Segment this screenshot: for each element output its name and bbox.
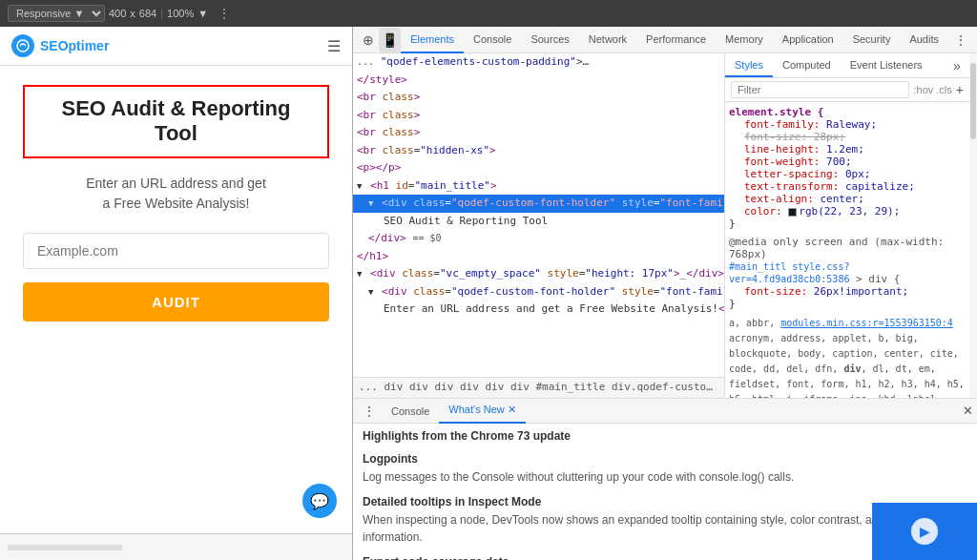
prop-color: color: rgb(22, 23, 29); — [744, 205, 900, 218]
prop-font-weight: font-weight: 700; — [744, 156, 852, 168]
viewport-x: x — [130, 8, 135, 19]
viewport-height: 684 — [139, 8, 156, 19]
el-line-div-selected[interactable]: ▼ <div class="qodef-custom-font-holder" … — [353, 195, 724, 213]
console-tab-whats-new[interactable]: What's New ✕ — [439, 399, 525, 424]
preview-logo: SEOptimer — [11, 34, 109, 57]
tab-performance[interactable]: Performance — [636, 27, 716, 53]
prop-font-size: font-size: 28px; — [744, 131, 845, 143]
svg-point-0 — [17, 40, 29, 52]
el-line-vc[interactable]: ▼ <div class="vc_empty_space" style="hei… — [353, 265, 724, 283]
chat-icon: 💬 — [310, 492, 329, 510]
el-line-p[interactable]: <p></p> — [353, 159, 724, 177]
viewport-width: 400 — [109, 8, 126, 19]
el-line-div2[interactable]: ▼ <div class="qodef-custom-font-holder" … — [353, 283, 724, 301]
tab-elements[interactable]: Elements — [401, 27, 464, 53]
bottom-bar-line1 — [8, 545, 122, 550]
preview-nav: SEOptimer ☰ — [0, 27, 352, 66]
device-icon[interactable]: 📱 — [379, 28, 401, 52]
reset-link[interactable]: modules.min.css:r=1553963150:4 — [780, 318, 953, 328]
scrollbar-thumb — [970, 63, 976, 139]
el-line-h1[interactable]: ▼ <h1 id="main_title"> — [353, 177, 724, 196]
el-line-br3[interactable]: <br class> — [353, 124, 724, 142]
viewport-selector[interactable]: Responsive ▼ — [8, 5, 105, 22]
styles-tab-computed[interactable]: Computed — [773, 53, 841, 77]
hero-title: SEO Audit & Reporting Tool — [23, 85, 329, 158]
logpoints-title: Logpoints — [363, 452, 967, 466]
url-input[interactable] — [23, 233, 329, 269]
tabs-more: ⋮ — [948, 28, 973, 52]
tab-network[interactable]: Network — [579, 27, 636, 53]
inspect-icon[interactable]: ⊕ — [357, 28, 379, 52]
style-rule-element: element.style { font-family: Raleway; fo… — [729, 106, 966, 230]
top-bar: Responsive ▼ 400 x 684 | 100% ▼ ⋮ — [0, 0, 977, 27]
prop-letter-spacing: letter-spacing: 0px; — [744, 168, 870, 180]
prop-text-transform: text-transform: capitalize; — [744, 180, 915, 193]
prop-text-align: text-align: center; — [744, 193, 864, 205]
tab-console[interactable]: Console — [464, 27, 521, 53]
logpoints-body: Log messages to the Console without clut… — [363, 468, 967, 486]
el-line-title-text[interactable]: SEO Audit & Reporting Tool — [353, 213, 724, 231]
console-close-btn[interactable]: ✕ — [963, 404, 973, 418]
styles-filter-input[interactable] — [731, 81, 909, 98]
console-section-logpoints: Logpoints Log messages to the Console wi… — [363, 452, 967, 486]
video-thumbnail: ▶ — [872, 503, 977, 560]
console-tabs: ⋮ Console What's New ✕ ✕ — [353, 399, 977, 424]
styles-panel: Styles Computed Event Listeners » :hov .… — [725, 53, 969, 398]
devtools-body: ... "qodef-elements-custom-padding">… </… — [353, 53, 977, 398]
console-highlight-section: Highlights from the Chrome 73 update — [363, 429, 967, 443]
website-preview: SEOptimer ☰ SEO Audit & Reporting Tool E… — [0, 27, 352, 533]
main-content: SEOptimer ☰ SEO Audit & Reporting Tool E… — [0, 27, 977, 560]
top-bar-more-btn[interactable]: ⋮ — [216, 4, 233, 23]
el-line-1[interactable]: ... "qodef-elements-custom-padding">… — [353, 53, 724, 72]
prop-line-height: line-height: 1.2em; — [744, 143, 864, 156]
el-line-br2[interactable]: <br class> — [353, 107, 724, 125]
el-line-div-close[interactable]: </div> == $0 — [353, 230, 724, 248]
el-title-text: SEO Audit & Reporting Tool — [384, 215, 548, 227]
styles-tab-event-listeners[interactable]: Event Listeners — [841, 53, 932, 77]
console-tab-console[interactable]: Console — [382, 399, 439, 424]
el-content-1: "qodef-elements-custom-padding">… — [381, 55, 590, 68]
elements-panel: ... "qodef-elements-custom-padding">… </… — [353, 53, 725, 377]
console-highlight-title: Highlights from the Chrome 73 update — [363, 429, 967, 443]
hamburger-icon[interactable]: ☰ — [327, 37, 341, 55]
play-button[interactable]: ▶ — [911, 518, 938, 545]
tab-audits[interactable]: Audits — [900, 27, 948, 53]
el-line-br1[interactable]: <br class> — [353, 89, 724, 107]
style-rule-media: @media only screen and (max-width: 768px… — [729, 236, 966, 310]
logo-icon — [11, 34, 34, 57]
el-line-subtitle[interactable]: Enter an URL address and get a Free Webs… — [353, 301, 724, 319]
rule-selector-element: element.style { — [729, 106, 823, 118]
more-tabs-btn[interactable]: ⋮ — [948, 28, 973, 52]
devtools-top-tabs: ⊕ 📱 Elements Console Sources Network Per… — [353, 27, 977, 53]
audit-button[interactable]: AUDIT — [23, 282, 329, 321]
viewport-zoom: 100% — [167, 8, 194, 19]
styles-filter-hint: :hov .cls — [913, 84, 951, 95]
browser-panel: SEOptimer ☰ SEO Audit & Reporting Tool E… — [0, 27, 353, 560]
logo-text: SEOptimer — [40, 38, 109, 53]
el-line-br-hidden[interactable]: <br class="hidden-xs"> — [353, 142, 724, 160]
style-link-media[interactable]: #main_titl style.css?ver=4.fd9ad38cb0:53… — [729, 261, 849, 284]
styles-add-rule-btn[interactable]: + — [956, 82, 964, 97]
tab-security[interactable]: Security — [843, 27, 901, 53]
preview-body: SEO Audit & Reporting Tool Enter an URL … — [0, 66, 352, 341]
tab-sources[interactable]: Sources — [521, 27, 578, 53]
styles-scrollbar[interactable] — [969, 53, 977, 398]
console-menu-btn[interactable]: ⋮ — [357, 399, 382, 424]
el-dots: ... — [357, 56, 374, 67]
elements-column: ... "qodef-elements-custom-padding">… </… — [353, 53, 725, 398]
tab-application[interactable]: Application — [773, 27, 843, 53]
elements-breadcrumb: ... div div div div div div #main_title … — [353, 377, 724, 398]
prop-font-size-important: font-size: 26px!important; — [744, 285, 908, 298]
el-line-h1-close[interactable]: </h1> — [353, 248, 724, 266]
preview-subtitle: Enter an URL address and get a Free Webs… — [23, 174, 329, 214]
styles-filter-bar: :hov .cls + — [725, 78, 969, 102]
tab-memory[interactable]: Memory — [716, 27, 773, 53]
styles-tab-styles[interactable]: Styles — [725, 53, 773, 77]
viewport-controls: Responsive ▼ 400 x 684 | 100% ▼ — [8, 5, 208, 22]
styles-more-btn[interactable]: » — [945, 53, 969, 78]
devtools-bottom: ⋮ Console What's New ✕ ✕ Highlights from… — [353, 398, 977, 560]
devtools-panel: ⊕ 📱 Elements Console Sources Network Per… — [353, 27, 977, 560]
viewport-separator: | — [160, 8, 163, 19]
chat-button[interactable]: 💬 — [302, 484, 337, 518]
el-line-style-close[interactable]: </style> — [353, 72, 724, 90]
